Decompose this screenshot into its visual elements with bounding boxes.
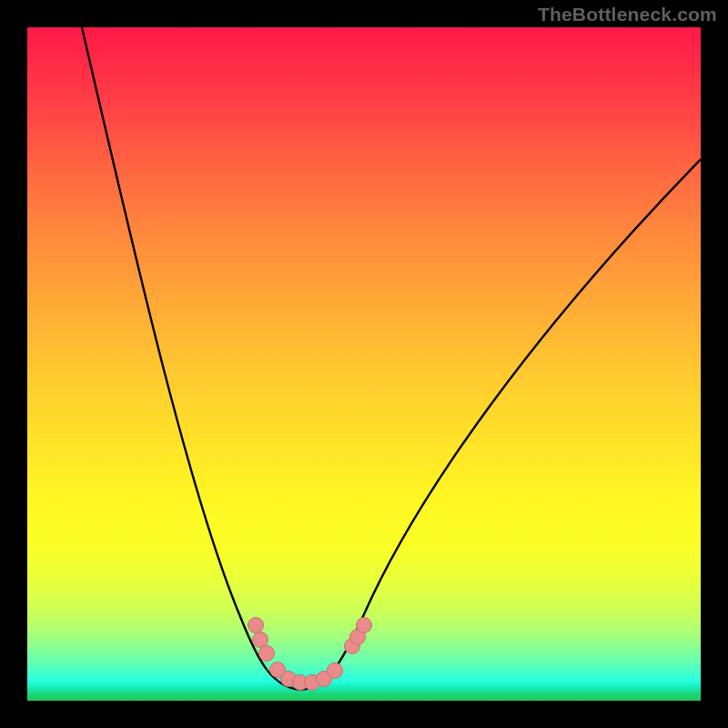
curve-marker bbox=[259, 646, 275, 662]
curve-marker bbox=[357, 618, 372, 633]
chart-svg bbox=[27, 27, 701, 701]
plot-area bbox=[27, 27, 701, 701]
marker-group bbox=[248, 618, 372, 691]
curve-marker bbox=[328, 663, 343, 679]
curve-marker bbox=[248, 618, 264, 633]
curve-marker bbox=[253, 632, 268, 648]
chart-frame: TheBottleneck.com bbox=[0, 0, 728, 728]
bottleneck-curve bbox=[82, 27, 701, 690]
watermark: TheBottleneck.com bbox=[538, 4, 717, 25]
